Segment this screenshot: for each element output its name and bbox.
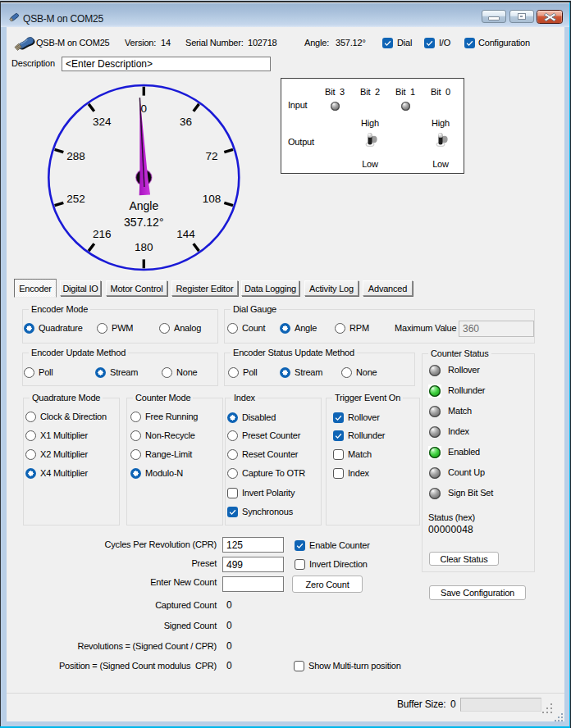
svg-text:36: 36	[180, 116, 192, 128]
svg-text:288: 288	[66, 150, 85, 162]
svg-text:216: 216	[93, 228, 112, 240]
svg-text:0: 0	[141, 102, 148, 115]
svg-text:252: 252	[66, 193, 85, 205]
svg-text:72: 72	[205, 150, 217, 162]
svg-text:357.12°: 357.12°	[124, 216, 163, 229]
svg-text:180: 180	[135, 241, 153, 253]
svg-text:108: 108	[203, 193, 222, 205]
svg-text:144: 144	[176, 228, 195, 240]
svg-text:324: 324	[93, 116, 112, 128]
svg-text:Angle: Angle	[129, 199, 158, 212]
